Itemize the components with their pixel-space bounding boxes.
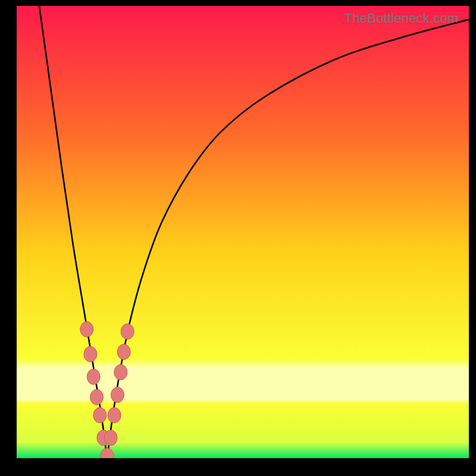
marker-dot xyxy=(111,387,124,403)
marker-dot xyxy=(121,324,134,339)
marker-dot xyxy=(93,408,107,423)
marker-dot xyxy=(104,430,117,446)
marker-dot xyxy=(101,448,114,458)
marker-dot xyxy=(90,389,104,405)
marker-dot xyxy=(108,408,121,423)
marker-dot xyxy=(84,346,97,362)
marker-dot xyxy=(80,321,93,337)
chart-svg xyxy=(17,6,469,458)
plot-area: TheBottleneck.com xyxy=(17,6,469,458)
watermark-text: TheBottleneck.com xyxy=(344,11,458,26)
marker-dot xyxy=(117,344,130,359)
marker-dot xyxy=(114,365,127,380)
outer-frame: TheBottleneck.com xyxy=(0,0,476,476)
bottleneck-curve xyxy=(39,6,469,458)
marker-dot xyxy=(87,369,100,384)
